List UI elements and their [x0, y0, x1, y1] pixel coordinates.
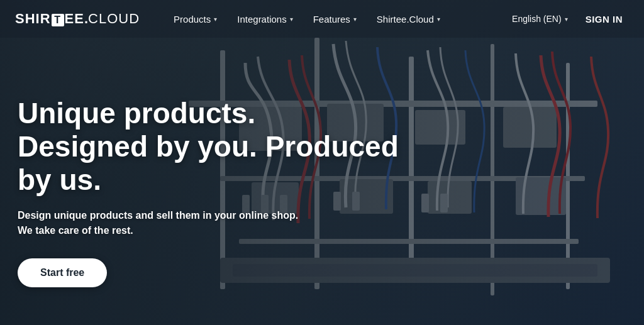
- chevron-down-icon: ▾: [437, 16, 440, 23]
- chevron-down-icon: ▾: [353, 16, 357, 23]
- hero-heading-line2: Designed by you. Produced by us.: [18, 130, 399, 196]
- hero-subtext: Design unique products and sell them in …: [18, 208, 426, 238]
- logo-t-icon: T: [52, 14, 64, 26]
- nav-label-integrations: Integrations: [237, 14, 286, 25]
- nav-right: English (EN) ▾ SIGN IN: [506, 10, 629, 28]
- sign-in-label: SIGN IN: [586, 14, 623, 25]
- nav-menu: Products ▾ Integrations ▾ Features ▾ Shi…: [165, 9, 506, 30]
- hero-heading: Unique products. Designed by you. Produc…: [18, 97, 426, 197]
- navbar: SHIRTEE . CLOUD Products ▾ Integrations …: [0, 0, 644, 38]
- start-free-button[interactable]: Start free: [18, 258, 107, 287]
- nav-item-products[interactable]: Products ▾: [165, 9, 226, 30]
- chevron-down-icon: ▾: [565, 16, 568, 23]
- nav-item-features[interactable]: Features ▾: [304, 9, 365, 30]
- chevron-down-icon: ▾: [290, 16, 293, 23]
- nav-label-features: Features: [313, 14, 350, 25]
- logo-text-shirtee: SHIRTEE: [15, 11, 84, 27]
- nav-item-integrations[interactable]: Integrations ▾: [228, 9, 301, 30]
- nav-item-shirtee-cloud[interactable]: Shirtee.Cloud ▾: [368, 9, 449, 30]
- hero-content: Unique products. Designed by you. Produc…: [18, 97, 426, 287]
- logo-text-cloud: CLOUD: [88, 11, 140, 27]
- nav-label-shirtee-cloud: Shirtee.Cloud: [377, 14, 434, 25]
- language-selector[interactable]: English (EN) ▾: [506, 10, 574, 28]
- chevron-down-icon: ▾: [214, 16, 217, 23]
- language-label: English (EN): [512, 14, 562, 24]
- sign-in-button[interactable]: SIGN IN: [579, 10, 629, 28]
- hero-subtext-line1: Design unique products and sell them in …: [18, 210, 298, 221]
- hero-heading-line1: Unique products.: [18, 97, 255, 129]
- hero-subtext-line2: We take care of the rest.: [18, 225, 133, 236]
- logo[interactable]: SHIRTEE . CLOUD: [15, 11, 140, 27]
- nav-label-products: Products: [174, 14, 211, 25]
